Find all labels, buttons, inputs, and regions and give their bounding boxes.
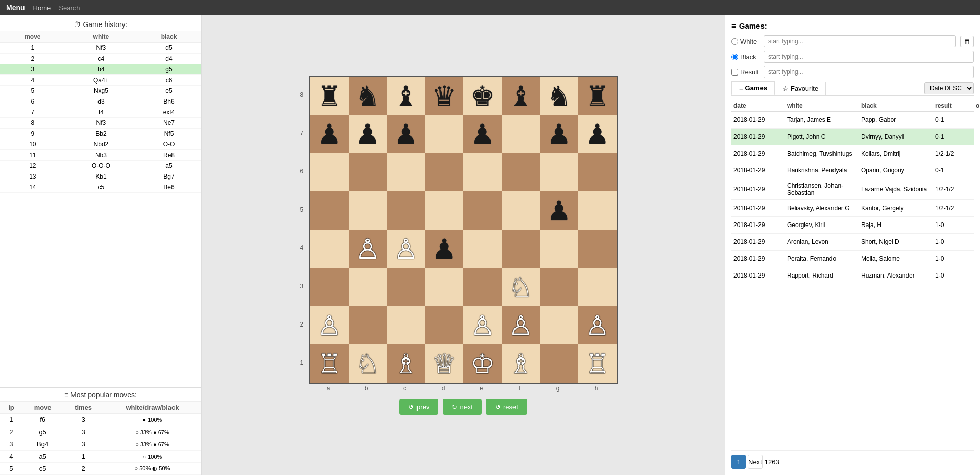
game-row[interactable]: 2018-01-29 Batchimeg, Tuvshintugs Kollar… (731, 145, 974, 162)
board-cell[interactable] (463, 268, 502, 306)
history-row[interactable]: 8Nf3Ne7 (0, 118, 201, 129)
board-cell[interactable]: ♙ (349, 230, 387, 268)
board-cell[interactable]: ♘ (349, 344, 387, 383)
history-row[interactable]: 11Nb3Re8 (0, 150, 201, 161)
search-link[interactable]: Search (59, 4, 80, 12)
history-row[interactable]: 10Nbd2O-O (0, 139, 201, 150)
history-row[interactable]: 6d3Bh6 (0, 96, 201, 107)
next-button[interactable]: ↻ next (443, 399, 482, 415)
board-cell[interactable]: ♔ (463, 344, 502, 383)
black-radio[interactable] (731, 54, 738, 60)
board-cell[interactable] (349, 268, 387, 306)
chess-board[interactable]: ♜♞♝♛♚♝♞♜♟♟♟♟♟♟♟♙♙♟♘♙♙♙♙♖♘♗♕♔♗♖ (309, 76, 618, 384)
board-cell[interactable] (540, 344, 578, 383)
prev-button[interactable]: ↺ prev (399, 399, 438, 415)
board-cell[interactable] (540, 268, 578, 306)
history-row[interactable]: 1Nf3d5 (0, 43, 201, 54)
board-cell[interactable]: ♜ (578, 77, 617, 115)
board-cell[interactable]: ♙ (463, 306, 502, 344)
board-cell[interactable]: ♙ (387, 230, 425, 268)
board-cell[interactable]: ♗ (502, 344, 540, 383)
popular-row[interactable]: 3Bg43○ 33% ● 67% (0, 438, 201, 451)
board-cell[interactable] (387, 191, 425, 230)
board-cell[interactable]: ♟ (387, 115, 425, 153)
board-cell[interactable] (387, 153, 425, 191)
game-row[interactable]: 2018-01-29 Harikrishna, Pendyala Oparin,… (731, 162, 974, 179)
game-row[interactable]: 2018-01-29 Pigott, John C Dvirnyy, Danyy… (731, 129, 974, 145)
home-link[interactable]: Home (33, 4, 51, 12)
board-cell[interactable] (425, 153, 463, 191)
board-cell[interactable] (349, 306, 387, 344)
board-cell[interactable] (578, 268, 617, 306)
board-cell[interactable] (425, 115, 463, 153)
white-filter-input[interactable] (764, 35, 956, 47)
board-cell[interactable] (310, 230, 349, 268)
game-row[interactable]: 2018-01-29 Tarjan, James E Papp, Gabor 0… (731, 112, 974, 129)
board-cell[interactable] (502, 153, 540, 191)
board-cell[interactable] (502, 115, 540, 153)
board-cell[interactable]: ♞ (540, 77, 578, 115)
board-cell[interactable]: ♝ (387, 77, 425, 115)
history-row[interactable]: 7f4exf4 (0, 107, 201, 118)
page-1-button[interactable]: 1 (731, 455, 746, 469)
board-cell[interactable] (540, 153, 578, 191)
white-filter-clear[interactable]: 🗑 (960, 36, 974, 47)
game-row[interactable]: 2018-01-29 Rapport, Richard Huzman, Alex… (731, 267, 974, 284)
history-row[interactable]: 14c5Be6 (0, 182, 201, 193)
game-row[interactable]: 2018-01-29 Georgiev, Kiril Raja, H 1-0 i… (731, 217, 974, 234)
board-cell[interactable]: ♙ (310, 306, 349, 344)
board-cell[interactable] (463, 230, 502, 268)
sort-select[interactable]: Date DESCDate ASCWhiteBlack (924, 82, 974, 94)
board-cell[interactable] (502, 230, 540, 268)
history-row[interactable]: 9Bb2Nf5 (0, 129, 201, 139)
popular-row[interactable]: 1f63● 100% (0, 414, 201, 426)
board-cell[interactable] (502, 191, 540, 230)
board-cell[interactable] (349, 153, 387, 191)
history-row[interactable]: 5Nxg5e5 (0, 86, 201, 96)
next-page-button[interactable]: Next (748, 455, 763, 469)
tab-favourite[interactable]: ☆ Favourite (775, 82, 826, 95)
popular-row[interactable]: 2g53○ 33% ● 67% (0, 426, 201, 438)
board-cell[interactable]: ♟ (463, 115, 502, 153)
board-cell[interactable] (578, 191, 617, 230)
board-cell[interactable] (310, 191, 349, 230)
game-history-table[interactable]: move white black 1Nf3d52c4d43b4g54Qa4+c6… (0, 31, 201, 387)
board-cell[interactable] (578, 153, 617, 191)
result-checkbox[interactable] (731, 69, 738, 76)
board-cell[interactable]: ♛ (425, 77, 463, 115)
history-row[interactable]: 3b4g5 (0, 64, 201, 75)
game-row[interactable]: 2018-01-29 Peralta, Fernando Melia, Salo… (731, 251, 974, 267)
white-radio[interactable] (731, 38, 738, 45)
history-row[interactable]: 13Kb1Bg7 (0, 171, 201, 182)
history-row[interactable]: 12O-O-Oa5 (0, 161, 201, 171)
black-filter-input[interactable] (764, 51, 974, 63)
board-cell[interactable]: ♕ (425, 344, 463, 383)
board-cell[interactable]: ♝ (502, 77, 540, 115)
history-row[interactable]: 2c4d4 (0, 54, 201, 64)
history-row[interactable]: 4Qa4+c6 (0, 75, 201, 86)
board-cell[interactable]: ♗ (387, 344, 425, 383)
popular-row[interactable]: 4a51○ 100% (0, 451, 201, 463)
board-cell[interactable]: ♖ (578, 344, 617, 383)
board-cell[interactable] (540, 230, 578, 268)
board-cell[interactable]: ♘ (502, 268, 540, 306)
board-cell[interactable] (310, 268, 349, 306)
board-cell[interactable] (578, 230, 617, 268)
board-cell[interactable]: ♟ (349, 115, 387, 153)
board-cell[interactable]: ♙ (578, 306, 617, 344)
board-cell[interactable]: ♟ (540, 115, 578, 153)
board-cell[interactable] (540, 306, 578, 344)
board-cell[interactable] (349, 191, 387, 230)
board-cell[interactable]: ♟ (425, 230, 463, 268)
board-cell[interactable]: ♙ (502, 306, 540, 344)
board-cell[interactable] (463, 191, 502, 230)
board-cell[interactable] (425, 268, 463, 306)
board-cell[interactable]: ♟ (310, 115, 349, 153)
board-cell[interactable]: ♟ (540, 191, 578, 230)
tab-games[interactable]: ≡ Games (731, 81, 775, 95)
menu-button[interactable]: Menu (6, 4, 25, 12)
game-row[interactable]: 2018-01-29 Christiansen, Johan-Sebastian… (731, 179, 974, 200)
board-cell[interactable] (425, 191, 463, 230)
board-cell[interactable]: ♚ (463, 77, 502, 115)
reset-button[interactable]: ↺ reset (486, 399, 527, 415)
